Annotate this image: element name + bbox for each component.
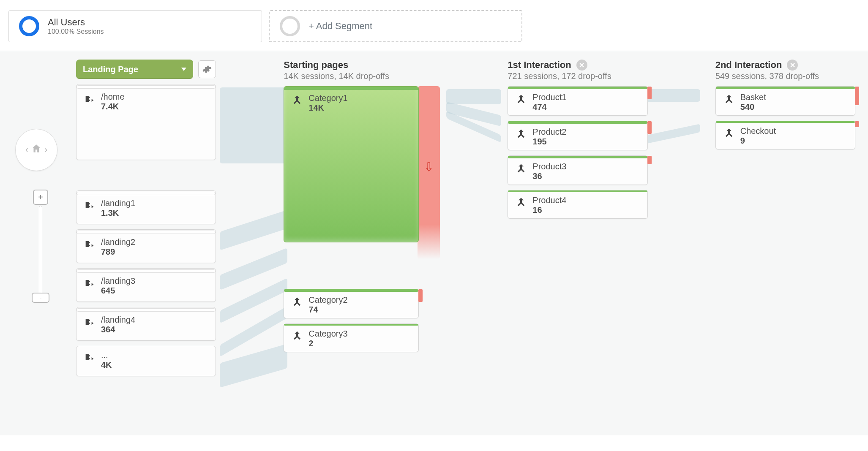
landing-node[interactable]: /landing1 1.3K [76, 190, 216, 224]
node-value: 1.3K [101, 208, 135, 218]
node-top-bar [508, 121, 647, 124]
split-icon [82, 277, 97, 289]
merge-icon [514, 196, 528, 208]
pan-navigator[interactable]: ‹ › [15, 129, 57, 171]
merge-icon [514, 163, 528, 174]
add-segment-label: + Add Segment [308, 21, 372, 32]
merge-icon [514, 128, 528, 140]
chevron-left-icon[interactable]: ‹ [25, 144, 28, 155]
zoom-rail[interactable] [39, 206, 42, 294]
node-label: Product2 [532, 127, 566, 136]
node-top-bar [76, 85, 216, 89]
segment-title: All Users [48, 17, 104, 28]
node-value: 16 [532, 205, 566, 215]
home-icon[interactable] [31, 143, 42, 157]
node-top-bar [508, 87, 647, 89]
interaction-node[interactable]: Basket 540 [715, 86, 855, 116]
landing-node[interactable]: /landing3 645 [76, 268, 216, 302]
dimension-dropdown[interactable]: Landing Page [76, 60, 193, 79]
dropoff-bar [647, 121, 652, 134]
starting-node-category1[interactable]: Category1 14K [284, 86, 419, 242]
split-icon [82, 93, 97, 105]
node-top-bar [716, 87, 855, 89]
column-second-interaction: 2nd Interaction ✕ 549 sessions, 378 drop… [715, 60, 855, 155]
node-value: 474 [532, 102, 566, 112]
node-value: 36 [532, 171, 566, 181]
node-label: Product4 [532, 196, 566, 205]
node-value: 9 [740, 136, 776, 146]
node-label: /landing3 [101, 276, 135, 285]
node-value: 195 [532, 136, 566, 147]
node-label: Category3 [308, 329, 347, 338]
settings-button[interactable] [198, 60, 216, 78]
add-segment-button[interactable]: + Add Segment [269, 10, 522, 42]
node-label: Product1 [532, 92, 566, 102]
node-value: 540 [740, 102, 766, 112]
zoom-in-button[interactable]: + [33, 190, 48, 205]
interaction-node[interactable]: Product2 195 [508, 121, 647, 150]
node-value: 14K [308, 103, 347, 113]
node-value: 2 [308, 338, 347, 348]
dropoff-bar [855, 121, 859, 127]
node-top-bar [76, 231, 216, 234]
node-top-bar [76, 308, 216, 312]
merge-icon [290, 296, 304, 308]
node-value: 789 [101, 247, 135, 257]
node-top-bar [508, 190, 647, 192]
interaction-node[interactable]: Checkout 9 [715, 121, 855, 149]
node-label: Checkout [740, 126, 776, 136]
node-top-bar [508, 156, 647, 158]
starting-node[interactable]: Category3 2 [284, 323, 419, 352]
dropoff-bar [647, 87, 652, 99]
node-label: /landing4 [101, 315, 135, 324]
landing-node[interactable]: /landing2 789 [76, 229, 216, 263]
interaction-node[interactable]: Product3 36 [508, 155, 647, 185]
remove-step-button[interactable]: ✕ [576, 60, 587, 71]
interaction-node[interactable]: Product4 16 [508, 190, 647, 219]
dropoff-bar: ⇩ [418, 86, 440, 259]
dimension-label: Landing Page [83, 65, 138, 74]
split-icon [82, 316, 97, 328]
merge-icon [722, 93, 736, 105]
landing-node-home[interactable]: /home 7.4K [76, 84, 216, 160]
segment-chip-all-users[interactable]: All Users 100.00% Sessions [8, 10, 262, 42]
landing-node[interactable]: /landing4 364 [76, 307, 216, 341]
gear-icon [202, 65, 212, 74]
merge-icon [514, 93, 528, 105]
column-subtitle: 549 sessions, 378 drop-offs [715, 71, 855, 81]
segment-circle-icon [280, 16, 300, 36]
split-icon [82, 238, 97, 250]
node-label: Basket [740, 92, 766, 102]
node-top-bar [76, 192, 216, 195]
node-label: /landing1 [101, 198, 135, 208]
segment-subtitle: 100.00% Sessions [48, 28, 104, 35]
node-label: Category2 [308, 295, 347, 304]
column-first-interaction: 1st Interaction ✕ 721 sessions, 172 drop… [508, 60, 647, 224]
interaction-node[interactable]: Product1 474 [508, 86, 647, 116]
column-title: Starting pages [284, 60, 440, 71]
zoom-handle[interactable]: - [32, 293, 49, 303]
segment-circle-icon [19, 16, 39, 36]
starting-node[interactable]: Category2 74 [284, 289, 419, 318]
landing-node-more[interactable]: ... 4K [76, 346, 216, 376]
node-value: 4K [101, 360, 112, 370]
node-top-bar [716, 121, 855, 123]
node-label: Category1 [308, 93, 347, 103]
remove-step-button[interactable]: ✕ [787, 60, 798, 71]
merge-icon [722, 127, 736, 139]
node-top-bar [284, 87, 418, 90]
column-title: 2nd Interaction ✕ [715, 60, 855, 71]
node-value: 645 [101, 285, 135, 296]
chevron-right-icon[interactable]: › [44, 144, 47, 155]
zoom-control[interactable]: + - [33, 190, 48, 303]
column-subtitle: 721 sessions, 172 drop-offs [508, 71, 647, 81]
down-arrow-icon: ⇩ [424, 160, 434, 174]
node-label: Product3 [532, 162, 566, 171]
column-subtitle: 14K sessions, 14K drop-offs [284, 71, 440, 81]
node-top-bar [76, 269, 216, 273]
split-icon [82, 351, 97, 363]
node-top-bar [284, 289, 418, 292]
split-icon [82, 199, 97, 211]
caret-down-icon [181, 68, 186, 71]
dropoff-bar [418, 289, 423, 302]
